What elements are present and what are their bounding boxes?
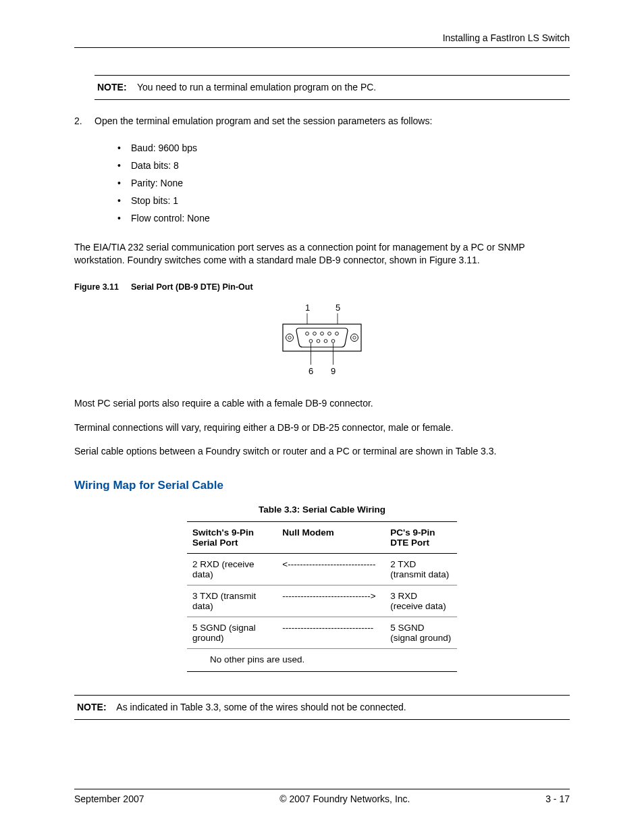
table-header: PC's 9-Pin DTE Port xyxy=(385,521,457,553)
svg-point-7 xyxy=(306,332,309,336)
note-text: As indicated in Table 3.3, some of the w… xyxy=(116,702,406,712)
svg-point-15 xyxy=(331,340,335,343)
table-header: Switch's 9-Pin Serial Port xyxy=(187,521,277,553)
svg-point-10 xyxy=(328,332,331,336)
header-title: Installing a FastIron LS Switch xyxy=(443,32,570,43)
paragraph: The EIA/TIA 232 serial communication por… xyxy=(74,241,570,267)
paragraph: Terminal connections will vary, requirin… xyxy=(74,421,570,435)
table-cell: 5 SGND (signal ground) xyxy=(385,617,457,648)
list-item: Baud: 9600 bps xyxy=(113,142,570,153)
svg-point-13 xyxy=(317,340,320,343)
table-wrap: Table 3.3: Serial Cable Wiring Switch's … xyxy=(74,504,570,672)
footer: September 2007 © 2007 Foundry Networks, … xyxy=(74,789,570,804)
table-row: 5 SGND (signal ground) -----------------… xyxy=(187,617,457,648)
pin-label-1: 1 xyxy=(305,303,310,313)
footer-center: © 2007 Foundry Networks, Inc. xyxy=(279,793,410,804)
section-heading: Wiring Map for Serial Cable xyxy=(74,479,570,492)
svg-point-4 xyxy=(288,336,291,339)
table-cell: 5 SGND (signal ground) xyxy=(187,617,277,648)
note-box-2: NOTE: As indicated in Table 3.3, some of… xyxy=(74,695,570,720)
svg-point-9 xyxy=(321,332,324,336)
figure-title: Serial Port (DB-9 DTE) Pin-Out xyxy=(131,282,253,292)
figure-caption: Figure 3.11Serial Port (DB-9 DTE) Pin-Ou… xyxy=(74,282,570,292)
paragraph: Serial cable options between a Foundry s… xyxy=(74,445,570,459)
svg-point-11 xyxy=(336,332,339,336)
note-label: NOTE: xyxy=(77,702,107,712)
list-item: Parity: None xyxy=(113,178,570,188)
list-item: Data bits: 8 xyxy=(113,160,570,171)
list-item: Flow control: None xyxy=(113,213,570,224)
page-content: Installing a FastIron LS Switch NOTE: Yo… xyxy=(74,32,570,804)
db9-connector-icon: 1 5 6 xyxy=(268,301,376,382)
svg-point-14 xyxy=(324,340,327,343)
table-footnote: No other pins are used. xyxy=(187,648,457,671)
table-cell: <----------------------------- xyxy=(277,553,385,585)
table-row: 2 RXD (receive data) <------------------… xyxy=(187,553,457,585)
table-cell: -----------------------------> xyxy=(277,585,385,617)
note-box-1: NOTE: You need to run a terminal emulati… xyxy=(95,75,570,100)
figure-label: Figure 3.11 xyxy=(74,282,119,292)
footer-rule xyxy=(74,789,570,789)
figure-db9: 1 5 6 xyxy=(74,301,570,382)
table-header: Null Modem xyxy=(277,521,385,553)
table-caption: Table 3.3: Serial Cable Wiring xyxy=(187,504,457,515)
session-params-list: Baud: 9600 bps Data bits: 8 Parity: None… xyxy=(113,136,570,230)
step-number: 2. xyxy=(74,115,85,128)
paragraph: Most PC serial ports also require a cabl… xyxy=(74,397,570,411)
table-cell: ------------------------------ xyxy=(277,617,385,648)
table-cell: 3 RXD (receive data) xyxy=(385,585,457,617)
step-text: Open the terminal emulation program and … xyxy=(95,115,432,128)
footer-left: September 2007 xyxy=(74,793,144,804)
pin-label-6: 6 xyxy=(308,366,313,376)
serial-cable-wiring-table: Switch's 9-Pin Serial Port Null Modem PC… xyxy=(187,521,457,672)
list-item: Stop bits: 1 xyxy=(113,195,570,206)
step-2: 2. Open the terminal emulation program a… xyxy=(74,115,570,128)
table-cell: 2 TXD (transmit data) xyxy=(385,553,457,585)
table-cell: 2 RXD (receive data) xyxy=(187,553,277,585)
running-header: Installing a FastIron LS Switch xyxy=(74,32,570,47)
note-text: You need to run a terminal emulation pro… xyxy=(137,82,376,93)
note-label: NOTE: xyxy=(97,82,127,93)
pin-label-9: 9 xyxy=(331,366,336,376)
svg-point-8 xyxy=(313,332,317,336)
header-rule xyxy=(74,47,570,48)
table-row: 3 TXD (transmit data) ------------------… xyxy=(187,585,457,617)
svg-point-12 xyxy=(309,340,313,343)
pin-label-5: 5 xyxy=(336,303,340,313)
svg-point-6 xyxy=(353,336,356,339)
footer-right: 3 - 17 xyxy=(545,793,570,804)
table-cell: 3 TXD (transmit data) xyxy=(187,585,277,617)
